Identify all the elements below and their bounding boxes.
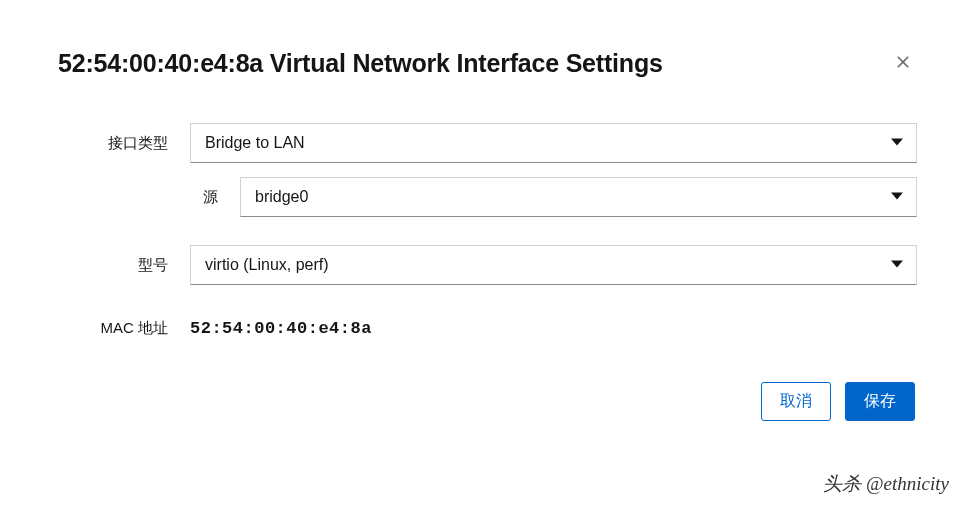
interface-type-select[interactable]: Bridge to LAN [190,123,917,163]
source-select[interactable]: bridge0 [240,177,917,217]
dialog-footer: 取消 保存 [58,382,917,421]
save-button[interactable]: 保存 [845,382,915,421]
source-label: 源 [58,188,240,207]
model-select[interactable]: virtio (Linux, perf) [190,245,917,285]
interface-type-row: 接口类型 Bridge to LAN [58,123,917,163]
source-select-wrapper: bridge0 [240,177,917,217]
watermark-text: 头杀 @ethnicity [823,471,949,497]
close-button[interactable] [889,48,917,79]
close-icon [893,52,913,75]
interface-type-value: Bridge to LAN [205,134,305,152]
mac-value: 52:54:00:40:e4:8a [190,319,372,338]
interface-type-label: 接口类型 [58,134,190,153]
model-value: virtio (Linux, perf) [205,256,329,274]
model-row: 型号 virtio (Linux, perf) [58,245,917,285]
mac-label: MAC 地址 [58,319,190,338]
nic-settings-dialog: 52:54:00:40:e4:8a Virtual Network Interf… [0,0,975,451]
model-select-wrapper: virtio (Linux, perf) [190,245,917,285]
source-row: 源 bridge0 [58,177,917,217]
cancel-button[interactable]: 取消 [761,382,831,421]
dialog-title: 52:54:00:40:e4:8a Virtual Network Interf… [58,49,663,78]
dialog-header: 52:54:00:40:e4:8a Virtual Network Interf… [58,48,917,79]
mac-row: MAC 地址 52:54:00:40:e4:8a [58,319,917,338]
source-value: bridge0 [255,188,308,206]
model-label: 型号 [58,256,190,275]
interface-type-select-wrapper: Bridge to LAN [190,123,917,163]
